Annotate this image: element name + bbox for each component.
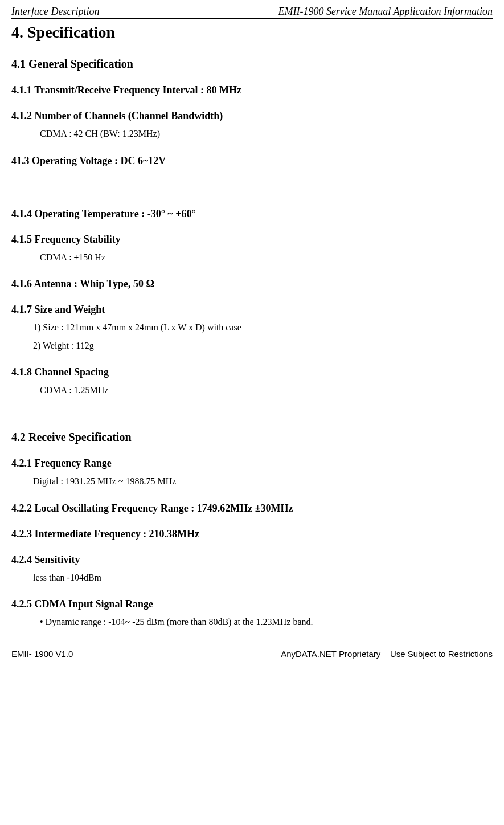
section-4-2-1-body: Digital : 1931.25 MHz ~ 1988.75 MHz <box>33 474 493 489</box>
section-4-2-3: 4.2.3 Intermediate Frequency : 210.38MHz <box>11 528 493 540</box>
section-4-2-4-body: less than -104dBm <box>33 570 493 585</box>
section-4-1-5-heading: 4.1.5 Frequency Stability <box>11 234 493 246</box>
section-4-1-7-size: 1) Size : 121mm x 47mm x 24mm (L x W x D… <box>33 320 493 335</box>
section-4-1-2-heading: 4.1.2 Number of Channels (Channel Bandwi… <box>11 110 493 122</box>
section-4-1-heading: 4.1 General Specification <box>11 58 493 71</box>
section-4-2-4-heading: 4.2.4 Sensitivity <box>11 554 493 566</box>
footer-right: AnyDATA.NET Proprietary – Use Subject to… <box>281 649 493 659</box>
header-right: EMII-1900 Service Manual Application Inf… <box>278 6 493 18</box>
section-4-1-8-heading: 4.1.8 Channel Spacing <box>11 366 493 378</box>
page-footer: EMII- 1900 V1.0 AnyDATA.NET Proprietary … <box>11 649 493 659</box>
header-left: Interface Description <box>11 6 99 18</box>
section-4-1-6: 4.1.6 Antenna : Whip Type, 50 Ω <box>11 278 493 290</box>
section-4-1-1: 4.1.1 Transmit/Receive Frequency Interva… <box>11 84 493 96</box>
section-4-1-8-body: CDMA : 1.25MHz <box>40 383 493 398</box>
section-4-2-5-body: • Dynamic range : -104~ -25 dBm (more th… <box>40 615 493 630</box>
page-header: Interface Description EMII-1900 Service … <box>11 6 493 19</box>
section-4-2-heading: 4.2 Receive Specification <box>11 431 493 444</box>
section-4-2-1-heading: 4.2.1 Frequency Range <box>11 458 493 469</box>
page-title: 4. Specification <box>11 23 493 42</box>
section-4-1-7-heading: 4.1.7 Size and Weight <box>11 304 493 316</box>
section-41-3: 41.3 Operating Voltage : DC 6~12V <box>11 155 493 167</box>
section-4-2-2: 4.2.2 Local Oscillating Frequency Range … <box>11 503 493 514</box>
section-4-1-7-weight: 2) Weight : 112g <box>33 338 493 353</box>
section-4-1-5-body: CDMA : ±150 Hz <box>40 250 493 265</box>
section-4-2-5-heading: 4.2.5 CDMA Input Signal Range <box>11 598 493 610</box>
section-4-1-4: 4.1.4 Operating Temperature : -30° ~ +60… <box>11 208 493 220</box>
section-4-1-2-body: CDMA : 42 CH (BW: 1.23MHz) <box>40 126 493 141</box>
footer-left: EMII- 1900 V1.0 <box>11 649 73 659</box>
